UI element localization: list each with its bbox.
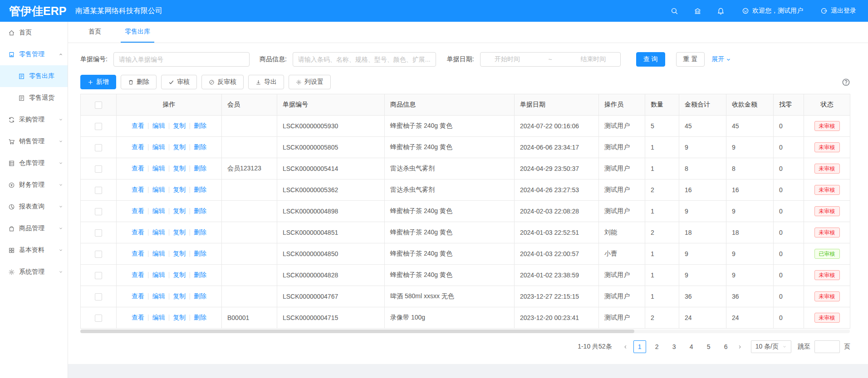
logout-button[interactable]: 退出登录 xyxy=(820,7,856,15)
next-page-button[interactable] xyxy=(735,340,745,353)
export-button[interactable]: 导出 xyxy=(248,75,284,89)
edit-link[interactable]: 编辑 xyxy=(152,143,165,150)
row-checkbox[interactable] xyxy=(95,144,102,151)
row-checkbox[interactable] xyxy=(95,187,102,194)
column-settings-button[interactable]: 列设置 xyxy=(289,75,331,89)
sidebar-item-retail-return[interactable]: 零售退货 xyxy=(0,87,68,109)
page-button-1[interactable]: 1 xyxy=(633,340,646,353)
view-link[interactable]: 查看 xyxy=(132,207,144,214)
end-date-placeholder: 结束时间 xyxy=(580,55,606,63)
copy-link[interactable]: 复制 xyxy=(173,122,186,129)
delete-link[interactable]: 删除 xyxy=(194,186,206,193)
view-link[interactable]: 查看 xyxy=(132,250,144,257)
sidebar-item-purchase-management[interactable]: 采购管理 xyxy=(0,109,68,131)
view-link[interactable]: 查看 xyxy=(132,292,144,300)
page-button-5[interactable]: 5 xyxy=(702,340,715,353)
row-checkbox[interactable] xyxy=(95,272,102,279)
row-checkbox[interactable] xyxy=(95,208,102,215)
tab-home[interactable]: 首页 xyxy=(84,22,105,43)
edit-link[interactable]: 编辑 xyxy=(152,165,165,172)
delete-link[interactable]: 删除 xyxy=(194,143,206,150)
view-link[interactable]: 查看 xyxy=(132,228,144,236)
row-checkbox[interactable] xyxy=(95,251,102,258)
copy-link[interactable]: 复制 xyxy=(173,228,186,236)
user-welcome[interactable]: 欢迎您，测试用户 xyxy=(742,7,803,15)
edit-link[interactable]: 编辑 xyxy=(152,228,165,236)
help-icon[interactable] xyxy=(842,78,850,87)
scrollbar-thumb[interactable] xyxy=(80,330,634,333)
sidebar-item-finance-management[interactable]: 财务管理 xyxy=(0,174,68,196)
bank-icon[interactable] xyxy=(694,7,701,15)
jump-page-input[interactable] xyxy=(814,340,840,353)
view-link[interactable]: 查看 xyxy=(132,143,144,150)
edit-link[interactable]: 编辑 xyxy=(152,186,165,193)
view-link[interactable]: 查看 xyxy=(132,165,144,172)
prev-page-button[interactable] xyxy=(620,340,631,353)
sidebar-item-retail-outbound[interactable]: 零售出库 xyxy=(0,65,68,87)
row-checkbox[interactable] xyxy=(95,229,102,237)
sidebar-item-system-management[interactable]: 系统管理 xyxy=(0,261,68,283)
product-info-input[interactable] xyxy=(293,52,436,67)
view-link[interactable]: 查看 xyxy=(132,314,144,321)
audit-button[interactable]: 审核 xyxy=(161,75,197,89)
row-checkbox[interactable] xyxy=(95,165,102,173)
page-size-select[interactable]: 10 条/页 xyxy=(751,340,791,353)
edit-link[interactable]: 编辑 xyxy=(152,207,165,214)
delete-link[interactable]: 删除 xyxy=(194,207,206,214)
copy-link[interactable]: 复制 xyxy=(173,165,186,172)
copy-link[interactable]: 复制 xyxy=(173,314,186,321)
delete-link[interactable]: 删除 xyxy=(194,271,206,278)
sidebar-item-sales-management[interactable]: 销售管理 xyxy=(0,131,68,152)
page-button-6[interactable]: 6 xyxy=(720,340,732,353)
edit-link[interactable]: 编辑 xyxy=(152,314,165,321)
chevron-right-icon xyxy=(737,344,742,349)
cell-member xyxy=(222,265,277,286)
copy-link[interactable]: 复制 xyxy=(173,250,186,257)
delete-link[interactable]: 删除 xyxy=(194,122,206,129)
edit-link[interactable]: 编辑 xyxy=(152,292,165,300)
view-link[interactable]: 查看 xyxy=(132,186,144,193)
delete-link[interactable]: 删除 xyxy=(194,165,206,172)
sidebar-item-retail-management[interactable]: 零售管理 xyxy=(0,44,68,65)
tab-retail-outbound[interactable]: 零售出库 xyxy=(121,22,154,43)
copy-link[interactable]: 复制 xyxy=(173,292,186,300)
delete-button[interactable]: 删除 xyxy=(121,75,157,89)
unaudit-button[interactable]: 反审核 xyxy=(201,75,244,89)
order-no-input[interactable] xyxy=(113,52,250,67)
row-checkbox[interactable] xyxy=(95,293,102,300)
sidebar-item-product-management[interactable]: 商品管理 xyxy=(0,218,68,239)
sidebar-item-home[interactable]: 首页 xyxy=(0,22,68,44)
sidebar-item-warehouse-management[interactable]: 仓库管理 xyxy=(0,152,68,174)
expand-filters-link[interactable]: 展开 xyxy=(711,55,731,63)
delete-link[interactable]: 删除 xyxy=(194,292,206,300)
select-all-checkbox[interactable] xyxy=(95,102,102,109)
edit-link[interactable]: 编辑 xyxy=(152,250,165,257)
copy-link[interactable]: 复制 xyxy=(173,207,186,214)
edit-link[interactable]: 编辑 xyxy=(152,271,165,278)
delete-link[interactable]: 删除 xyxy=(194,314,206,321)
date-range-input[interactable]: 开始时间 ~ 结束时间 xyxy=(480,52,621,67)
edit-link[interactable]: 编辑 xyxy=(152,122,165,129)
copy-link[interactable]: 复制 xyxy=(173,271,186,278)
table-horizontal-scrollbar[interactable] xyxy=(80,330,850,333)
sidebar-item-report-query[interactable]: 报表查询 xyxy=(0,196,68,218)
copy-link[interactable]: 复制 xyxy=(173,143,186,150)
cell-product: 蜂蜜柚子茶 240g 黄色 xyxy=(385,265,515,286)
copy-link[interactable]: 复制 xyxy=(173,186,186,193)
delete-link[interactable]: 删除 xyxy=(194,250,206,257)
bell-icon[interactable] xyxy=(717,7,725,15)
reset-button[interactable]: 重 置 xyxy=(676,52,705,67)
cell-order-no: LSCK00000004767 xyxy=(277,286,385,307)
page-button-3[interactable]: 3 xyxy=(668,340,681,353)
delete-link[interactable]: 删除 xyxy=(194,228,206,236)
row-checkbox[interactable] xyxy=(95,123,102,130)
view-link[interactable]: 查看 xyxy=(132,122,144,129)
view-link[interactable]: 查看 xyxy=(132,271,144,278)
add-button[interactable]: 新增 xyxy=(80,75,116,89)
search-icon[interactable] xyxy=(671,7,678,15)
search-button[interactable]: 查 询 xyxy=(636,52,665,67)
row-checkbox[interactable] xyxy=(95,315,102,322)
page-button-4[interactable]: 4 xyxy=(685,340,698,353)
page-button-2[interactable]: 2 xyxy=(651,340,663,353)
sidebar-item-basic-data[interactable]: 基本资料 xyxy=(0,239,68,261)
